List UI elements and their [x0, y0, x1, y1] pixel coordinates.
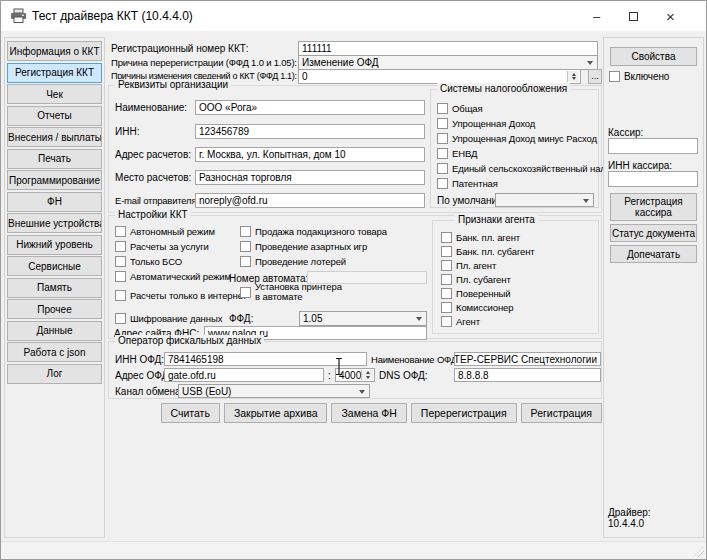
maximize-button[interactable] — [615, 1, 652, 31]
ffd-label: ФФД: — [229, 313, 253, 324]
checkbox-icon — [115, 256, 126, 267]
sidebar-item-kkt-registration[interactable]: Регистрация ККТ — [7, 63, 102, 83]
input-org-name[interactable]: ООО «Рога» — [195, 100, 425, 115]
checkbox-icon — [437, 148, 448, 159]
sidebar-item-misc[interactable]: Прочее — [7, 299, 102, 319]
checkbox-icon — [240, 256, 251, 267]
group-kkt-settings: Настройки ККТ Автономный режим Расчеты з… — [108, 215, 602, 339]
checkbox-icon — [441, 274, 452, 285]
checkbox-agent-payment-subagent[interactable]: Пл. субагент — [441, 274, 511, 285]
settlement-address-label: Адрес расчетов: — [115, 149, 191, 160]
input-settlement-address[interactable]: г. Москва, ул. Копытная, дом 10 — [195, 147, 425, 162]
left-sidebar: Информация о ККТ Регистрация ККТ Чек Отч… — [4, 37, 105, 538]
checkbox-agent-payment-agent[interactable]: Пл. агент — [441, 260, 496, 271]
input-sender-email[interactable]: noreply@ofd.ru — [195, 193, 425, 208]
sidebar-item-receipt[interactable]: Чек — [7, 84, 102, 104]
sidebar-item-external-devices[interactable]: Внешние устройства — [7, 213, 102, 233]
read-button[interactable]: Считать — [161, 403, 220, 423]
sidebar-item-print[interactable]: Печать — [7, 149, 102, 169]
sidebar-item-data[interactable]: Данные — [7, 321, 102, 341]
rereg-reason-label: Причина перерегистрации (ФФД 1.0 и 1.05)… — [111, 57, 297, 68]
sidebar-item-low-level[interactable]: Нижний уровень — [7, 235, 102, 255]
group-org-title: Реквизиты организации — [115, 79, 231, 90]
checkbox-icon — [240, 226, 251, 237]
spinner[interactable] — [567, 71, 579, 82]
checkbox-printer-in-automat[interactable]: Установка принтерав автомате — [240, 282, 342, 302]
checkbox-tax-usn-income[interactable]: Упрощенная Доход — [437, 118, 535, 129]
combo-exchange-channel[interactable]: USB (EoU) — [178, 384, 370, 398]
checkbox-bso-only[interactable]: Только БСО — [115, 256, 182, 267]
sidebar-item-kkt-info[interactable]: Информация о ККТ — [7, 41, 102, 61]
checkbox-gambling[interactable]: Проведение азартных игр — [240, 241, 367, 252]
checkbox-icon — [115, 290, 126, 301]
checkbox-agent-commissioner[interactable]: Комиссионер — [441, 302, 513, 313]
checkbox-tax-usn-income-minus-expense[interactable]: Упрощенная Доход минус Расход — [437, 133, 597, 144]
reprint-button[interactable]: Допечатать — [610, 245, 697, 263]
close-archive-button[interactable]: Закрытие архива — [224, 403, 328, 423]
combo-tax-default[interactable] — [495, 193, 594, 207]
close-button[interactable]: × — [652, 1, 689, 31]
input-ofd-name[interactable]: ООО ПЕТЕР-СЕРВИС Спецтехнологии — [454, 352, 601, 366]
sidebar-item-log[interactable]: Лог — [7, 364, 102, 384]
checkbox-icon — [240, 287, 251, 298]
checkbox-autonomous-mode[interactable]: Автономный режим — [115, 226, 215, 237]
checkbox-icon — [437, 163, 448, 174]
statusbar — [1, 541, 706, 559]
checkbox-enabled[interactable]: Включено — [609, 71, 669, 82]
checkbox-services-payments[interactable]: Расчеты за услуги — [115, 241, 209, 252]
checkbox-tax-envd[interactable]: ЕНВД — [437, 148, 477, 159]
input-ofd-dns[interactable]: 8.8.8.8 — [454, 368, 601, 382]
sidebar-item-deposits-withdrawals[interactable]: Внесения / выплаты — [7, 127, 102, 147]
checkbox-lottery[interactable]: Проведение лотерей — [240, 256, 346, 267]
minimize-button[interactable]: – — [578, 1, 615, 31]
combo-rereg-reason[interactable]: Изменение ОФД — [298, 55, 598, 70]
checkbox-internet-only[interactable]: Расчеты только в интернет — [115, 290, 247, 301]
client-area: Информация о ККТ Регистрация ККТ Чек Отч… — [1, 31, 706, 559]
checkbox-excise-goods[interactable]: Продажа подакцизного товара — [240, 226, 387, 237]
sidebar-item-json[interactable]: Работа с json — [7, 342, 102, 362]
group-ofd: Оператор фискальных данных ИНН ОФД: 7841… — [108, 341, 602, 399]
sidebar-item-fn[interactable]: ФН — [7, 192, 102, 212]
properties-button[interactable]: Свойства — [610, 47, 697, 66]
checkbox-agent-bank-payment-subagent[interactable]: Банк. пл. субагент — [441, 246, 535, 257]
sender-email-label: E-mail отправителя: — [115, 195, 199, 206]
input-cashier[interactable] — [608, 138, 698, 154]
checkbox-icon — [441, 302, 452, 313]
window-controls: – × — [578, 1, 689, 31]
input-reg-number[interactable]: 111111 — [298, 41, 598, 56]
checkbox-data-encryption[interactable]: Шифрование данных — [115, 313, 222, 324]
sidebar-item-programming[interactable]: Программирование — [7, 170, 102, 190]
driver-version-label: Драйвер:10.4.4.0 — [608, 507, 651, 529]
more-button[interactable]: ... — [588, 69, 602, 84]
checkbox-agent-agent[interactable]: Агент — [441, 316, 480, 327]
spin-change-reason[interactable]: 0 — [298, 69, 581, 84]
checkbox-icon — [115, 241, 126, 252]
sidebar-item-service[interactable]: Сервисные — [7, 256, 102, 276]
replace-fn-button[interactable]: Замена ФН — [331, 403, 406, 423]
spin-down-icon — [572, 77, 576, 80]
checkbox-icon — [437, 178, 448, 189]
reregistration-button[interactable]: Перерегистрация — [411, 403, 517, 423]
checkbox-automatic-mode[interactable]: Автоматический режим — [115, 271, 231, 282]
input-ofd-address[interactable]: gate.ofd.ru — [164, 368, 324, 382]
checkbox-tax-common[interactable]: Общая — [437, 103, 483, 114]
checkbox-agent-bank-payment-agent[interactable]: Банк. пл. агент — [441, 232, 520, 243]
input-inn[interactable]: 123456789 — [195, 124, 425, 139]
chevron-down-icon — [587, 61, 593, 65]
checkbox-tax-agricultural[interactable]: Единый сельскохозяйственный налог — [437, 163, 614, 174]
checkbox-agent-attorney[interactable]: Поверенный — [441, 288, 511, 299]
combo-ffd[interactable]: 1.05 — [299, 311, 427, 326]
resize-grip[interactable] — [693, 546, 704, 557]
sidebar-item-reports[interactable]: Отчеты — [7, 106, 102, 126]
sidebar-item-memory[interactable]: Память — [7, 278, 102, 298]
spinner[interactable] — [361, 370, 373, 380]
input-cashier-inn[interactable] — [608, 171, 698, 187]
registration-button[interactable]: Регистрация — [521, 403, 602, 423]
checkbox-icon — [115, 271, 126, 282]
text-cursor-icon — [334, 357, 344, 376]
ofd-name-label: Наименование ОФД: — [371, 354, 459, 365]
input-settlement-place[interactable]: Разносная торговля — [195, 170, 425, 185]
document-status-button[interactable]: Статус документа — [610, 224, 697, 242]
register-cashier-button[interactable]: Регистрация кассира — [610, 193, 697, 221]
checkbox-tax-patent[interactable]: Патентная — [437, 178, 498, 189]
